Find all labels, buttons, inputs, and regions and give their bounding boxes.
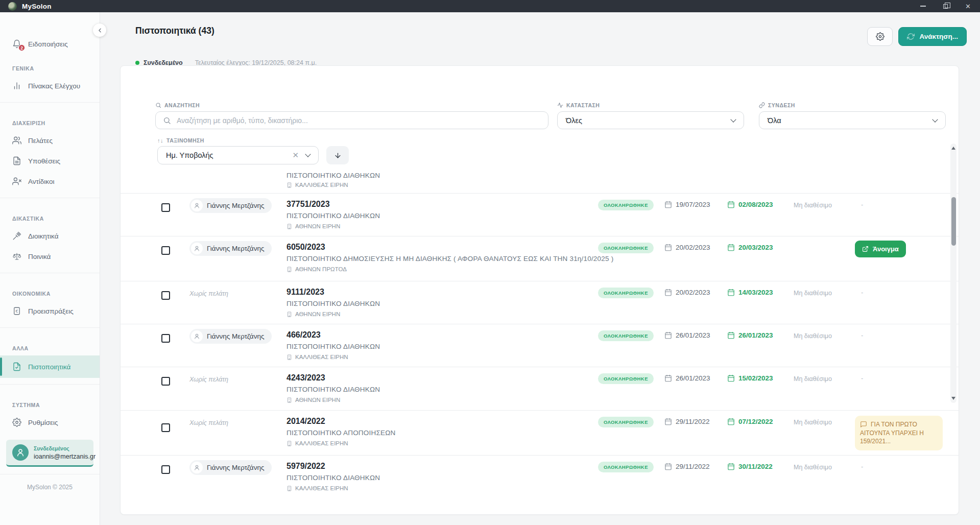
availability-label: Μη διαθέσιμο xyxy=(794,290,832,297)
certificate-court: ΑΘΗΝΩΝ ΕΙΡΗΝ xyxy=(286,223,380,229)
sort-direction-button[interactable] xyxy=(326,146,349,164)
sidebar-item-dashboard[interactable]: Πίνακας Ελέγχου xyxy=(0,76,100,96)
notification-badge: 2 xyxy=(18,44,25,51)
window-restore-icon[interactable] xyxy=(943,4,948,9)
sidebar-item-cases[interactable]: Υποθέσεις xyxy=(0,151,100,171)
availability-label: Μη διαθέσιμο xyxy=(794,332,832,340)
connection-filter-label: ΣΥΝΔΕΣΗ xyxy=(759,102,795,108)
connection-filter-select[interactable]: Όλα xyxy=(759,111,946,129)
notes-placeholder: - xyxy=(861,201,863,208)
availability-label: Μη διαθέσιμο xyxy=(794,375,832,383)
table-row[interactable]: Χωρίς πελάτη 9111/2023 ΠΙΣΤΟΠΟΙΗΤΙΚΟ ΔΙΑ… xyxy=(121,281,959,324)
building-icon xyxy=(286,182,292,188)
window-close-icon[interactable]: ✕ xyxy=(965,3,971,10)
table-row[interactable]: Γιάννης Μερτζάνης 466/2023 ΠΙΣΤΟΠΟΙΗΤΙΚΟ… xyxy=(121,324,959,367)
certificate-number: 37751/2023 xyxy=(286,200,380,209)
settings-button[interactable] xyxy=(867,27,893,46)
row-checkbox[interactable] xyxy=(161,334,170,343)
scroll-down-arrow-icon[interactable] xyxy=(951,397,955,400)
no-client-label: Χωρίς πελάτη xyxy=(189,290,228,297)
certificate-type: ΠΙΣΤΟΠΟΙΗΤΙΚΟ ΔΙΑΘΗΚΩΝ xyxy=(286,172,380,179)
notes-placeholder: - xyxy=(861,463,863,470)
sidebar-item-collections[interactable]: € Προεισπράξεις xyxy=(0,301,100,321)
online-dot-icon xyxy=(135,61,139,65)
sidebar-item-label: Αντίδικοι xyxy=(28,178,54,185)
table-row[interactable]: Γιάννης Μερτζάνης 5979/2022 ΠΙΣΤΟΠΟΙΗΤΙΚ… xyxy=(121,456,959,505)
app-logo-avatar xyxy=(8,2,17,11)
building-icon xyxy=(286,486,292,491)
client-chip: Γιάννης Μερτζάνης xyxy=(189,329,272,344)
row-checkbox[interactable] xyxy=(161,423,170,432)
certificate-note[interactable]: ΓΙΑ ΤΟΝ ΠΡΩΤΟ ΑΙΤΟΥΝΤΑ ΥΠΑΡΧΕΙ Η 159/202… xyxy=(855,416,943,450)
main-content: Πιστοποιητικά (43) Ανάκτηση... Συνδεδεμέ… xyxy=(100,12,980,525)
search-filter-label: ΑΝΑΖΗΤΗΣΗ xyxy=(155,102,200,108)
sidebar-item-administrative[interactable]: Διοικητικά xyxy=(0,226,100,246)
row-checkbox[interactable] xyxy=(161,246,170,255)
client-chip: Γιάννης Μερτζάνης xyxy=(189,198,272,213)
row-checkbox[interactable] xyxy=(161,291,170,300)
list-scrollbar[interactable] xyxy=(950,144,957,403)
open-certificate-button[interactable]: Άνοιγμα xyxy=(855,241,906,257)
open-button-label: Άνοιγμα xyxy=(873,245,899,253)
certificate-court: ΚΑΛΛΙΘΕΑΣ ΕΙΡΗΝ xyxy=(286,354,380,360)
row-checkbox[interactable] xyxy=(161,203,170,212)
client-name: Γιάννης Μερτζάνης xyxy=(207,202,264,209)
sidebar-item-clients[interactable]: Πελάτες xyxy=(0,130,100,151)
sidebar-item-label: Ποινικά xyxy=(28,253,51,260)
sidebar-item-label: Πελάτες xyxy=(28,137,53,145)
availability-label: Μη διαθέσιμο xyxy=(794,464,832,471)
retrieve-button[interactable]: Ανάκτηση... xyxy=(898,27,967,46)
users-icon xyxy=(12,136,21,145)
table-row[interactable]: Γιάννης Μερτζάνης 6050/2023 ΠΙΣΤΟΠΟΙΗΤΙΚ… xyxy=(121,236,959,281)
scrollbar-thumb[interactable] xyxy=(951,197,956,246)
status-filter-label: ΚΑΤΑΣΤΑΣΗ xyxy=(557,102,600,108)
certificate-court: ΚΑΛΛΙΘΕΑΣ ΕΙΡΗΝ xyxy=(286,440,395,446)
clear-sort-icon[interactable]: ✕ xyxy=(292,151,299,160)
certificate-type: ΠΙΣΤΟΠΟΙΗΤΙΚΟ ΔΙΑΘΗΚΩΝ xyxy=(286,343,380,350)
sidebar-item-criminal[interactable]: Ποινικά xyxy=(0,246,100,267)
submitted-date: 20/02/2023 xyxy=(664,289,710,296)
sort-arrows-icon: ↑↓ xyxy=(157,138,163,144)
calendar-icon xyxy=(727,289,735,296)
sidebar-item-label: Πιστοποιητικά xyxy=(28,363,70,371)
certificates-list: ΠΙΣΤΟΠΟΙΗΤΙΚΟ ΔΙΑΘΗΚΩΝ ΚΑΛΛΙΘΕΑΣ ΕΙΡΗΝ Γ… xyxy=(121,172,959,505)
sidebar-item-notifications[interactable]: 2 Ειδοποιήσεις xyxy=(0,34,100,54)
search-input[interactable] xyxy=(177,112,541,129)
logged-in-user-box[interactable]: Συνδεδεμένος ioannis@mertzanis.gr xyxy=(6,440,93,467)
sidebar-item-settings[interactable]: Ρυθμίσεις xyxy=(0,412,100,433)
status-filter-select[interactable]: Όλες xyxy=(557,111,744,129)
sidebar-item-opponents[interactable]: Αντίδικοι xyxy=(0,171,100,192)
window-minimize-icon[interactable] xyxy=(920,6,926,7)
certificate-type: ΠΙΣΤΟΠΟΙΗΤΙΚΟ ΔΙΑΘΗΚΩΝ xyxy=(286,212,380,220)
calendar-icon xyxy=(727,374,735,382)
arrow-down-icon xyxy=(334,152,342,159)
sidebar-divider xyxy=(0,384,100,385)
sort-select[interactable]: Ημ. Υποβολής ✕ xyxy=(157,146,319,164)
table-row[interactable]: Χωρίς πελάτη 2014/2022 ΠΙΣΤΟΠΟΙΗΤΙΚΟ ΑΠΟ… xyxy=(121,411,959,456)
table-row[interactable]: Γιάννης Μερτζάνης 37751/2023 ΠΙΣΤΟΠΟΙΗΤΙ… xyxy=(121,194,959,236)
certificates-panel: ΑΝΑΖΗΤΗΣΗ ΚΑΤΑΣΤΑΣΗ Όλες ΣΥΝΔΕΣΗ Όλα xyxy=(120,65,959,515)
calendar-icon xyxy=(727,418,735,425)
person-icon xyxy=(191,330,203,342)
sidebar-item-certificates[interactable]: Πιστοποιητικά xyxy=(0,355,100,378)
calendar-icon xyxy=(727,244,735,251)
sidebar-collapse-button[interactable] xyxy=(93,23,106,37)
table-row[interactable]: Χωρίς πελάτη 4243/2023 ΠΙΣΤΟΠΟΙΗΤΙΚΟ ΔΙΑ… xyxy=(121,367,959,411)
user-avatar xyxy=(12,444,29,461)
chevron-down-icon xyxy=(305,151,310,157)
building-icon xyxy=(286,267,292,272)
user-email: ioannis@mertzanis.gr xyxy=(34,453,95,460)
table-row-partial[interactable]: ΠΙΣΤΟΠΟΙΗΤΙΚΟ ΔΙΑΘΗΚΩΝ ΚΑΛΛΙΘΕΑΣ ΕΙΡΗΝ xyxy=(121,172,959,194)
sidebar-item-label: Προεισπράξεις xyxy=(28,307,74,315)
calendar-icon xyxy=(727,463,735,470)
sidebar-divider xyxy=(0,327,100,328)
scroll-up-arrow-icon[interactable] xyxy=(951,147,955,150)
calendar-icon xyxy=(727,201,735,208)
certificate-court: ΑΘΗΝΩΝ ΠΡΩΤΟΔ xyxy=(286,266,613,272)
user-x-icon xyxy=(12,177,21,186)
submitted-date: 19/07/2023 xyxy=(664,201,710,208)
row-checkbox[interactable] xyxy=(161,465,170,474)
gavel-icon xyxy=(12,231,21,241)
row-checkbox[interactable] xyxy=(161,377,170,386)
search-icon xyxy=(163,116,171,125)
